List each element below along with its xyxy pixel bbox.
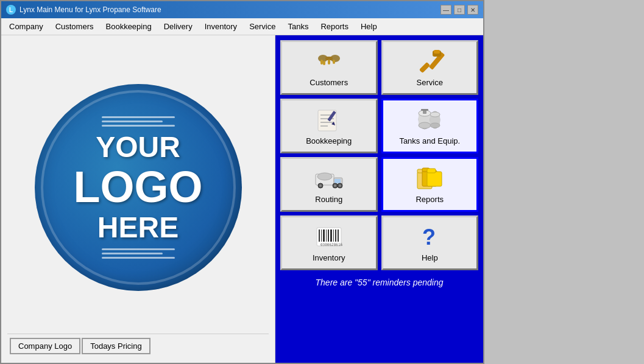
reports-icon bbox=[414, 166, 445, 191]
main-window: L Lynx Main Menu for Lynx Propane Softwa… bbox=[0, 0, 484, 364]
menu-item-reports[interactable]: Reports bbox=[315, 19, 354, 33]
svg-point-32 bbox=[319, 184, 322, 187]
svg-point-24 bbox=[430, 112, 440, 117]
svg-rect-47 bbox=[323, 229, 325, 242]
svg-rect-6 bbox=[333, 60, 335, 64]
svg-rect-51 bbox=[333, 229, 334, 242]
service-icon bbox=[414, 49, 445, 74]
button-customers[interactable]: Customers bbox=[280, 40, 378, 95]
svg-rect-49 bbox=[328, 229, 329, 242]
bookkeeping-label: Bookkeeping bbox=[306, 136, 352, 145]
button-tanks[interactable]: Tanks and Equip. bbox=[381, 99, 479, 153]
svg-rect-50 bbox=[330, 229, 332, 242]
tab-company-logo[interactable]: Company Logo bbox=[10, 338, 80, 354]
menu-bar: Company Customers Bookkeeping Delivery I… bbox=[1, 18, 483, 35]
main-content: YOUR LOGO HERE Company Logo Todays Prici… bbox=[1, 35, 483, 363]
inventory-icon: 0300628616 bbox=[313, 224, 345, 250]
menu-item-service[interactable]: Service bbox=[244, 19, 281, 33]
title-bar: L Lynx Main Menu for Lynx Propane Softwa… bbox=[1, 1, 483, 18]
button-help[interactable]: ? Help bbox=[381, 215, 479, 270]
close-button[interactable]: ✕ bbox=[467, 5, 478, 15]
right-panel: Customers bbox=[275, 35, 483, 363]
logo-inner-ring bbox=[41, 90, 236, 285]
maximize-button[interactable]: □ bbox=[454, 5, 465, 15]
button-inventory[interactable]: 0300628616 Inventory bbox=[280, 215, 378, 270]
menu-item-delivery[interactable]: Delivery bbox=[158, 19, 198, 33]
logo-circle: YOUR LOGO HERE bbox=[35, 84, 242, 291]
reminder-text: There are "55" reminders pending bbox=[280, 273, 478, 292]
help-icon: ? bbox=[414, 224, 445, 250]
svg-text:0300628616: 0300628616 bbox=[320, 242, 343, 247]
menu-item-tanks[interactable]: Tanks bbox=[282, 19, 314, 33]
svg-rect-48 bbox=[326, 229, 327, 242]
svg-rect-27 bbox=[421, 109, 428, 111]
svg-point-21 bbox=[419, 122, 431, 128]
button-service[interactable]: Service bbox=[381, 40, 479, 95]
service-label: Service bbox=[417, 78, 443, 87]
button-reports[interactable]: Reports bbox=[381, 157, 479, 212]
svg-point-25 bbox=[430, 123, 440, 128]
button-routing[interactable]: Routing bbox=[280, 157, 378, 212]
window-title: Lynx Main Menu for Lynx Propane Software bbox=[19, 5, 161, 14]
tanks-icon bbox=[414, 107, 445, 133]
logo-area: YOUR LOGO HERE bbox=[7, 41, 269, 334]
left-panel: YOUR LOGO HERE Company Logo Todays Prici… bbox=[1, 35, 275, 363]
svg-rect-42 bbox=[427, 172, 442, 186]
customers-label: Customers bbox=[310, 78, 348, 87]
svg-rect-30 bbox=[334, 179, 341, 183]
menu-item-bookkeeping[interactable]: Bookkeeping bbox=[101, 19, 157, 33]
window-controls: — □ ✕ bbox=[441, 5, 478, 15]
app-icon: L bbox=[6, 5, 16, 15]
svg-rect-9 bbox=[434, 50, 440, 54]
svg-rect-52 bbox=[335, 229, 336, 242]
menu-item-customers[interactable]: Customers bbox=[50, 19, 99, 33]
minimize-button[interactable]: — bbox=[441, 5, 451, 15]
menu-item-inventory[interactable]: Inventory bbox=[199, 19, 242, 33]
menu-item-help[interactable]: Help bbox=[355, 19, 383, 33]
routing-label: Routing bbox=[315, 195, 342, 204]
svg-text:?: ? bbox=[422, 225, 436, 250]
svg-rect-3 bbox=[320, 60, 323, 65]
bottom-tabs: Company Logo Todays Pricing bbox=[7, 334, 269, 357]
button-grid: Customers bbox=[280, 40, 478, 270]
customers-icon bbox=[313, 49, 345, 74]
button-bookkeeping[interactable]: Bookkeeping bbox=[280, 99, 378, 153]
svg-rect-4 bbox=[323, 61, 325, 65]
svg-rect-43 bbox=[427, 169, 436, 173]
menu-item-company[interactable]: Company bbox=[4, 19, 49, 33]
reports-label: Reports bbox=[416, 195, 444, 204]
tab-todays-pricing[interactable]: Todays Pricing bbox=[82, 338, 150, 354]
svg-point-34 bbox=[334, 184, 336, 187]
svg-point-36 bbox=[339, 184, 341, 187]
routing-icon bbox=[313, 166, 345, 191]
bookkeeping-icon bbox=[313, 107, 345, 133]
svg-rect-53 bbox=[338, 229, 339, 242]
svg-rect-46 bbox=[321, 229, 322, 242]
svg-rect-45 bbox=[319, 229, 320, 242]
inventory-label: Inventory bbox=[313, 253, 345, 262]
svg-rect-10 bbox=[419, 61, 430, 72]
svg-rect-5 bbox=[328, 60, 330, 65]
help-label: Help bbox=[422, 253, 438, 262]
tanks-label: Tanks and Equip. bbox=[399, 136, 460, 145]
svg-point-37 bbox=[317, 173, 332, 180]
